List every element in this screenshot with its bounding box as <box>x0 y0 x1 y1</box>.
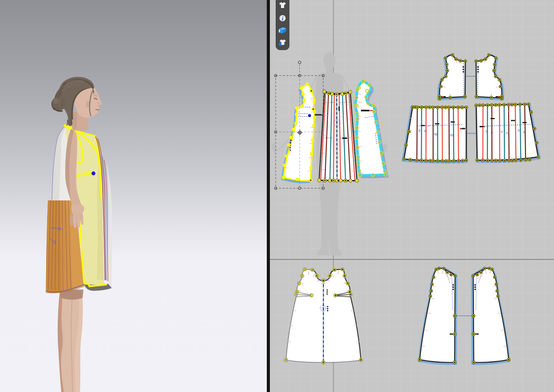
svg-text:ξξ: ξξ <box>486 130 488 133</box>
svg-text:ξξ: ξξ <box>518 129 520 132</box>
svg-text:ξξ: ξξ <box>506 132 508 135</box>
svg-text:ξξ: ξξ <box>491 131 493 134</box>
svg-text:ξξ: ξξ <box>501 130 503 133</box>
svg-text:ξξ: ξξ <box>523 131 525 134</box>
